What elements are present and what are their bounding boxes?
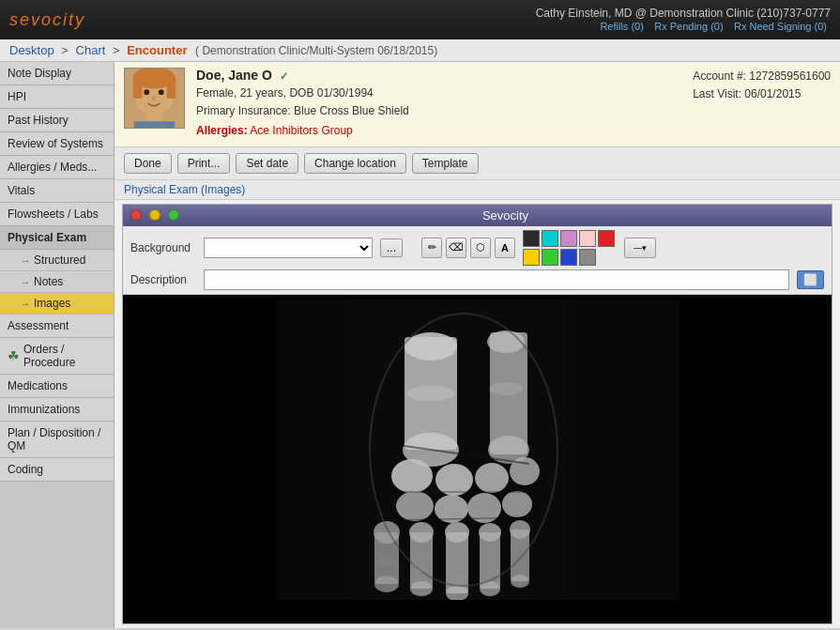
- sidebar-item-plan-disposition[interactable]: Plan / Disposition / QM: [0, 422, 114, 458]
- sidebar-item-flowsheets-labs[interactable]: Flowsheets / Labs: [0, 203, 114, 226]
- xray-image: [276, 300, 680, 600]
- print-button[interactable]: Print...: [177, 153, 231, 174]
- sidebar-item-immunizations[interactable]: Immunizations: [0, 398, 114, 422]
- editor-controls: Background ... ✏ ⌫ ⬡ A: [123, 226, 832, 295]
- svg-rect-3: [133, 76, 143, 99]
- svg-point-27: [374, 576, 399, 592]
- rx-signing-link[interactable]: Rx Need Signing (0): [734, 21, 827, 32]
- svg-point-6: [159, 89, 164, 95]
- close-button[interactable]: [130, 209, 142, 221]
- svg-point-44: [489, 382, 523, 395]
- svg-point-51: [448, 565, 466, 575]
- color-yellow[interactable]: [523, 249, 540, 266]
- svg-point-49: [377, 558, 396, 567]
- pencil-tool[interactable]: ✏: [421, 238, 442, 258]
- template-button[interactable]: Template: [412, 153, 479, 174]
- sidebar-item-medications[interactable]: Medications: [0, 375, 114, 398]
- eraser-tool[interactable]: ⌫: [446, 238, 466, 258]
- sidebar-item-hpi[interactable]: HPI: [0, 85, 114, 109]
- logo-rest: ocity: [41, 10, 85, 29]
- color-blue[interactable]: [560, 249, 577, 266]
- color-red[interactable]: [598, 230, 615, 247]
- done-button[interactable]: Done: [124, 153, 172, 174]
- sidebar-item-structured[interactable]: → Structured: [0, 250, 114, 271]
- drawing-tools: ✏ ⌫ ⬡ A: [418, 230, 660, 266]
- description-input[interactable]: [204, 269, 789, 290]
- patient-account-info: Account #: 1272859561600 Last Visit: 06/…: [693, 68, 831, 103]
- description-row: Description ⬜: [130, 269, 824, 290]
- sidebar-item-notes[interactable]: → Notes: [0, 271, 114, 293]
- breadcrumb: Desktop > Chart > Encounter ( Demonstrat…: [0, 39, 840, 62]
- sidebar-item-note-display[interactable]: Note Display: [0, 62, 114, 85]
- orders-label: Orders / Procedure: [23, 343, 106, 369]
- svg-point-24: [502, 491, 532, 517]
- patient-dob: Female, 21 years, DOB 01/30/1994: [196, 85, 681, 102]
- image-editor: Sevocity Background ... ✏ ⌫ ⬡ A: [122, 204, 832, 624]
- shape-tool[interactable]: ⬡: [470, 238, 491, 258]
- svg-point-50: [412, 562, 431, 572]
- sep2: >: [113, 43, 120, 57]
- toolbar: Done Print... Set date Change location T…: [115, 147, 840, 180]
- patient-bar: Doe, Jane O ✓ Female, 21 years, DOB 01/3…: [115, 62, 840, 147]
- sidebar-item-past-history[interactable]: Past History: [0, 109, 114, 132]
- breadcrumb-desktop[interactable]: Desktop: [9, 43, 54, 57]
- text-tool[interactable]: A: [495, 238, 515, 258]
- patient-details: Female, 21 years, DOB 01/30/1994 Primary…: [196, 85, 681, 141]
- rx-pending-link[interactable]: Rx Pending (0): [654, 21, 723, 32]
- background-browse-button[interactable]: ...: [380, 238, 403, 257]
- pe-link[interactable]: Physical Exam (Images): [124, 183, 245, 196]
- svg-point-17: [391, 459, 433, 493]
- color-row-2: [523, 249, 615, 266]
- svg-rect-4: [167, 76, 176, 99]
- sidebar-item-images[interactable]: → Images: [0, 293, 114, 315]
- sidebar-item-coding[interactable]: Coding: [0, 458, 114, 482]
- sidebar-item-allergies-meds[interactable]: Allergies / Meds...: [0, 156, 114, 179]
- sidebar-item-review-systems[interactable]: Review of Systems: [0, 132, 114, 156]
- sidebar-item-orders-procedure[interactable]: ☘ Orders / Procedure: [0, 338, 114, 375]
- refills-link[interactable]: Refills (0): [600, 21, 643, 32]
- svg-point-5: [144, 89, 149, 95]
- background-select[interactable]: [204, 238, 373, 258]
- orders-badge-icon: ☘: [8, 348, 20, 363]
- svg-point-7: [152, 97, 156, 100]
- color-black[interactable]: [523, 230, 540, 247]
- set-date-button[interactable]: Set date: [236, 153, 298, 174]
- color-green[interactable]: [542, 249, 558, 266]
- user-info: Cathy Einstein, MD @ Demonstration Clini…: [536, 7, 831, 33]
- minimize-button[interactable]: [149, 209, 160, 221]
- sidebar-item-physical-exam[interactable]: Physical Exam: [0, 226, 114, 250]
- svg-point-18: [435, 464, 473, 496]
- color-cyan[interactable]: [542, 230, 558, 247]
- background-row: Background ... ✏ ⌫ ⬡ A: [130, 230, 824, 266]
- image-display: [123, 295, 832, 623]
- svg-rect-38: [511, 530, 529, 581]
- change-location-button[interactable]: Change location: [304, 153, 406, 174]
- main-layout: Note Display HPI Past History Review of …: [0, 62, 840, 628]
- svg-rect-46: [567, 300, 680, 600]
- svg-point-21: [396, 491, 434, 521]
- arrow-icon-2: →: [21, 277, 30, 287]
- account-number-row: Account #: 1272859561600: [693, 68, 831, 85]
- line-style-selector[interactable]: —▾: [624, 238, 656, 258]
- color-light-pink[interactable]: [579, 230, 596, 247]
- breadcrumb-encounter[interactable]: Encounter: [127, 43, 187, 57]
- images-label: Images: [34, 297, 70, 310]
- sidebar-item-assessment[interactable]: Assessment: [0, 315, 114, 338]
- breadcrumb-chart[interactable]: Chart: [76, 43, 106, 57]
- maximize-button[interactable]: [168, 209, 179, 221]
- clinic-info: ( Demonstration Clinic/Multi-System 06/1…: [195, 44, 437, 57]
- logo-text-se: se: [9, 10, 31, 29]
- svg-point-19: [475, 463, 509, 493]
- color-gray[interactable]: [579, 249, 596, 266]
- svg-rect-29: [410, 532, 433, 589]
- patient-name: Doe, Jane O ✓: [196, 68, 681, 83]
- svg-point-39: [511, 575, 529, 588]
- color-pink[interactable]: [560, 230, 577, 247]
- description-expand-button[interactable]: ⬜: [797, 270, 824, 289]
- color-row-1: [523, 230, 615, 247]
- sidebar-item-vitals[interactable]: Vitals: [0, 179, 114, 203]
- patient-photo-svg: [125, 68, 184, 129]
- arrow-icon-3: →: [21, 299, 30, 309]
- last-visit-row: Last Visit: 06/01/2015: [693, 85, 831, 103]
- top-bar: sevocity Cathy Einstein, MD @ Demonstrat…: [0, 0, 840, 39]
